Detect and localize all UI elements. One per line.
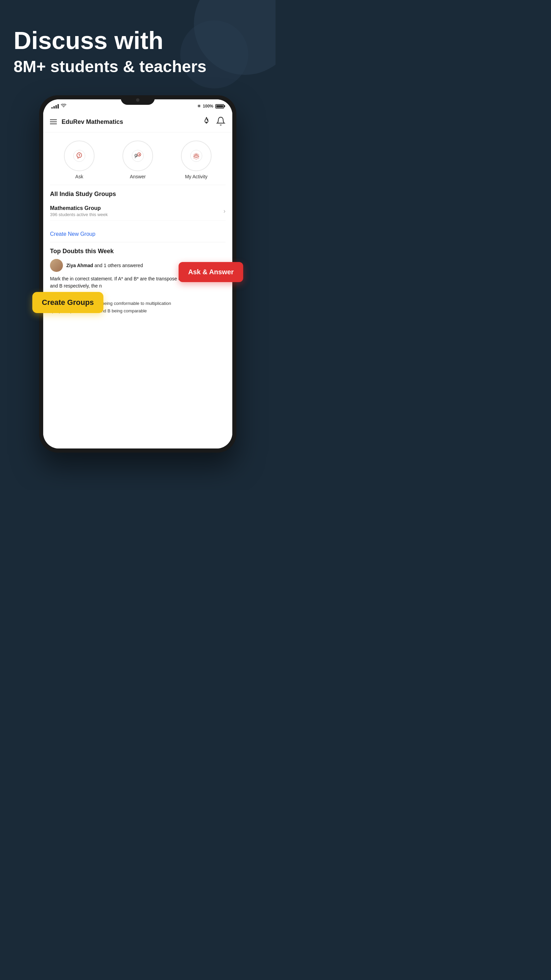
phone-mockup: Ask & Answer Create Groups	[39, 95, 237, 453]
battery-icon	[215, 104, 224, 108]
svg-point-2	[132, 150, 143, 162]
front-camera	[136, 98, 140, 102]
create-new-group-link[interactable]: Create New Group	[50, 231, 95, 237]
answer-label: Answer	[130, 174, 146, 179]
bell-icon[interactable]	[216, 116, 225, 127]
ask-label: Ask	[75, 174, 83, 179]
top-doubts-title: Top Doubts this Week	[50, 248, 225, 255]
bluetooth-icon: ✳	[197, 104, 201, 108]
svg-text:A: A	[135, 154, 137, 157]
study-groups-section: All India Study Groups Mathematics Group…	[43, 185, 232, 226]
header-icons	[202, 116, 225, 127]
svg-text:?: ?	[78, 154, 80, 158]
wifi-icon	[61, 104, 66, 109]
my-activity-action[interactable]: My Activity	[181, 140, 211, 179]
ask-icon-circle: ?	[64, 140, 95, 171]
activity-icon	[190, 150, 202, 162]
study-groups-title: All India Study Groups	[50, 191, 225, 198]
battery-status: ✳ 100%	[197, 104, 224, 108]
group-info: Mathematics Group 396 students active th…	[50, 205, 108, 217]
mathematics-group-item[interactable]: Mathematics Group 396 students active th…	[50, 202, 225, 221]
hero-title: Discuss with	[14, 27, 262, 54]
svg-marker-10	[194, 156, 199, 159]
app-title: EduRev Mathematics	[62, 118, 202, 126]
svg-text:A: A	[138, 153, 140, 156]
answer-icon-circle: A A	[122, 140, 153, 171]
activity-icon-circle	[181, 140, 211, 171]
signal-icon	[51, 104, 59, 108]
hero-section: Discuss with 8M+ students & teachers	[0, 0, 275, 90]
app-header: EduRev Mathematics	[43, 111, 232, 132]
fire-icon[interactable]	[202, 116, 211, 127]
quick-actions: ? Ask A	[43, 132, 232, 185]
hero-subtitle: 8M+ students & teachers	[14, 57, 262, 76]
create-groups-button[interactable]: Create Groups	[32, 292, 103, 313]
svg-marker-8	[194, 153, 199, 156]
status-left	[51, 104, 66, 109]
ask-icon: ?	[73, 150, 86, 162]
user-avatar	[50, 259, 63, 272]
create-group-row: Create New Group	[43, 226, 232, 242]
ask-answer-button[interactable]: Ask & Answer	[179, 262, 243, 282]
chevron-right-icon: ›	[224, 208, 225, 215]
group-name: Mathematics Group	[50, 205, 108, 211]
answer-action[interactable]: A A Answer	[122, 140, 153, 179]
hamburger-menu-icon[interactable]	[50, 119, 57, 124]
my-activity-label: My Activity	[185, 174, 208, 179]
ask-action[interactable]: ? Ask	[64, 140, 95, 179]
group-meta: 396 students active this week	[50, 212, 108, 217]
battery-percent: 100%	[203, 104, 213, 108]
answer-icon: A A	[132, 150, 144, 162]
user-name: Ziya Ahmad and 1 others answered	[66, 263, 143, 268]
phone-notch	[121, 95, 155, 105]
